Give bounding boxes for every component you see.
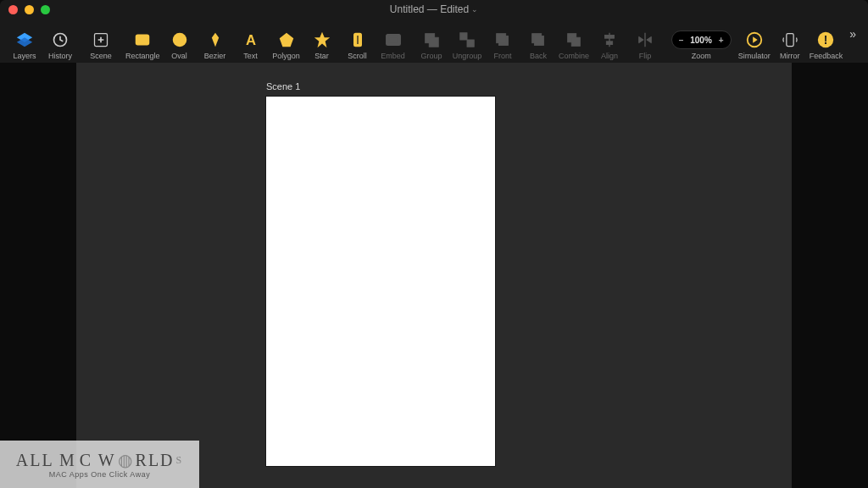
svg-text:!: ! xyxy=(824,34,828,47)
svg-rect-20 xyxy=(535,36,544,45)
zoom-label: Zoom xyxy=(692,52,711,60)
send-back-icon xyxy=(529,30,548,49)
scene-label: Scene xyxy=(90,52,112,60)
toolbar-overflow-button[interactable]: » xyxy=(844,27,861,41)
watermark-tagline: MAC Apps One Click Away xyxy=(49,470,150,479)
svg-rect-22 xyxy=(571,37,580,46)
oval-label: Oval xyxy=(171,52,187,60)
ungroup-button[interactable]: Ungroup xyxy=(449,21,485,60)
back-button[interactable]: Back xyxy=(520,21,556,60)
scroll-label: Scroll xyxy=(348,52,367,60)
polygon-label: Polygon xyxy=(272,52,300,60)
svg-marker-30 xyxy=(753,36,758,42)
watermark-text-2: C W xyxy=(80,451,116,470)
svg-marker-7 xyxy=(279,33,293,47)
rectangle-icon xyxy=(133,30,152,49)
feedback-button[interactable]: ! Feedback xyxy=(808,21,845,60)
group-button[interactable]: Group xyxy=(414,21,449,60)
align-label: Align xyxy=(601,52,618,60)
svg-rect-4 xyxy=(136,35,150,46)
scene-title[interactable]: Scene 1 xyxy=(266,81,300,92)
combine-label: Combine xyxy=(559,52,589,60)
group-label: Group xyxy=(421,52,442,60)
zoom-control: – 100% + Zoom xyxy=(671,21,732,60)
align-icon xyxy=(600,30,619,49)
zoom-in-button[interactable]: + xyxy=(719,36,724,45)
workarea: Scene 1 xyxy=(0,63,868,488)
watermark-suffix: S xyxy=(176,454,184,467)
chevron-down-icon: ⌄ xyxy=(471,5,478,14)
text-tool[interactable]: A Text xyxy=(233,21,269,60)
watermark: ALL M C W ◍ RLD S MAC Apps One Click Awa… xyxy=(0,441,199,488)
svg-marker-8 xyxy=(314,32,329,47)
polygon-tool[interactable]: Polygon xyxy=(269,21,304,60)
mirror-button[interactable]: Mirror xyxy=(772,21,808,60)
svg-point-5 xyxy=(172,33,186,47)
front-button[interactable]: Front xyxy=(485,21,520,60)
align-button[interactable]: Align xyxy=(592,21,627,60)
group-icon xyxy=(422,30,441,49)
combine-icon xyxy=(565,30,583,49)
svg-rect-31 xyxy=(787,34,793,47)
ungroup-icon xyxy=(458,30,476,49)
zoom-out-button[interactable]: – xyxy=(679,36,684,45)
star-label: Star xyxy=(314,52,329,60)
play-icon xyxy=(745,30,764,49)
title-text: Untitled — Edited xyxy=(390,3,469,15)
rectangle-tool[interactable]: Rectangle xyxy=(124,21,162,60)
svg-rect-12 xyxy=(389,37,397,42)
back-label: Back xyxy=(530,52,547,60)
watermark-text-1: ALL M xyxy=(16,451,76,470)
svg-rect-25 xyxy=(606,42,612,45)
svg-marker-27 xyxy=(639,36,644,42)
history-icon xyxy=(51,30,70,49)
svg-rect-15 xyxy=(460,33,467,40)
flip-button[interactable]: Flip xyxy=(627,21,663,60)
bezier-tool[interactable]: Bezier xyxy=(198,21,233,60)
svg-rect-18 xyxy=(497,34,506,43)
svg-rect-14 xyxy=(429,37,438,47)
ungroup-label: Ungroup xyxy=(453,52,482,60)
globe-icon: ◍ xyxy=(118,450,134,470)
zoom-value[interactable]: 100% xyxy=(690,36,712,45)
embed-icon xyxy=(384,30,403,49)
svg-rect-24 xyxy=(605,36,615,39)
bezier-label: Bezier xyxy=(204,52,226,60)
front-label: Front xyxy=(494,52,512,60)
text-icon: A xyxy=(242,30,260,49)
svg-marker-1 xyxy=(17,37,32,47)
svg-text:A: A xyxy=(245,32,255,48)
mirror-label: Mirror xyxy=(780,52,800,60)
flip-icon xyxy=(636,30,654,49)
svg-marker-28 xyxy=(647,36,652,42)
flip-label: Flip xyxy=(639,52,652,60)
artboard[interactable] xyxy=(266,97,495,466)
oval-tool[interactable]: Oval xyxy=(162,21,198,60)
star-tool[interactable]: Star xyxy=(304,21,340,60)
layers-button[interactable]: Layers xyxy=(7,21,42,60)
bring-front-icon xyxy=(493,30,512,49)
plus-icon xyxy=(92,30,110,49)
scroll-icon xyxy=(348,30,367,49)
feedback-icon: ! xyxy=(816,30,835,49)
mirror-icon xyxy=(781,30,799,49)
history-label: History xyxy=(48,52,72,60)
layers-label: Layers xyxy=(13,52,36,60)
polygon-icon xyxy=(277,30,296,49)
embed-tool[interactable]: Embed xyxy=(376,21,411,60)
oval-icon xyxy=(170,30,189,49)
rectangle-label: Rectangle xyxy=(125,52,160,60)
combine-button[interactable]: Combine xyxy=(556,21,592,60)
right-gutter xyxy=(792,63,868,488)
text-label: Text xyxy=(243,52,258,60)
scene-button[interactable]: Scene xyxy=(83,21,119,60)
simulator-button[interactable]: Simulator xyxy=(737,21,772,60)
canvas-stage[interactable]: Scene 1 xyxy=(76,63,792,488)
watermark-text-3: RLD xyxy=(136,451,175,470)
window-title[interactable]: Untitled — Edited ⌄ xyxy=(0,3,868,15)
left-gutter xyxy=(0,63,76,488)
bezier-icon xyxy=(206,30,225,49)
scroll-tool[interactable]: Scroll xyxy=(340,21,376,60)
history-button[interactable]: History xyxy=(42,21,78,60)
toolbar: Layers History Scene Rectangle xyxy=(0,19,868,63)
